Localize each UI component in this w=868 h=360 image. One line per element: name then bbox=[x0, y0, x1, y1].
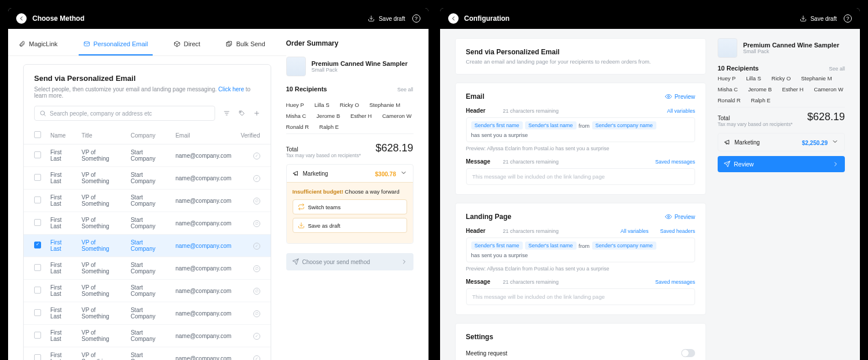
row-checkbox[interactable] bbox=[34, 264, 41, 271]
table-row[interactable]: First LastVP of SomethingStart Companyna… bbox=[24, 347, 271, 361]
box-icon bbox=[173, 40, 180, 47]
col-verified[interactable]: Verified bbox=[236, 127, 270, 144]
recipient-chip[interactable]: Huey P bbox=[286, 102, 304, 108]
token[interactable]: Sender's last name bbox=[525, 121, 577, 129]
recipient-chip[interactable]: Misha C bbox=[718, 86, 738, 92]
back-button[interactable] bbox=[16, 13, 27, 24]
recipient-chip[interactable]: Jerome B bbox=[748, 86, 772, 92]
account-selector[interactable]: Marketing $2,250.29 bbox=[718, 133, 844, 151]
see-all-link[interactable]: See all bbox=[829, 66, 845, 72]
table-row[interactable]: First LastVP of SomethingStart Companyna… bbox=[24, 190, 271, 212]
review-button[interactable]: Review bbox=[718, 156, 845, 172]
chevron-down-icon bbox=[832, 138, 839, 145]
recipient-chip[interactable]: Stephanie M bbox=[370, 102, 400, 108]
recipient-chip[interactable]: Cameron W bbox=[814, 86, 843, 92]
token[interactable]: Sender's first name bbox=[471, 121, 523, 129]
row-checkbox[interactable] bbox=[34, 219, 41, 226]
row-checkbox[interactable] bbox=[34, 242, 41, 248]
tab-personalized-email[interactable]: Personalized Email bbox=[79, 35, 153, 55]
table-row[interactable]: First LastVP of SomethingStart Companyna… bbox=[24, 235, 271, 257]
filter-icon[interactable] bbox=[223, 110, 230, 117]
landing-message-input[interactable]: This message will be included on the lin… bbox=[466, 288, 696, 305]
recipient-chip[interactable]: Misha C bbox=[286, 113, 306, 119]
saved-messages-link[interactable]: Saved messages bbox=[655, 279, 695, 285]
save-draft-button[interactable]: Save draft bbox=[368, 15, 405, 22]
token[interactable]: Sender's last name bbox=[525, 242, 577, 250]
tab-bulk-send[interactable]: Bulk Send bbox=[221, 35, 269, 55]
recipient-chip[interactable]: Ricky O bbox=[771, 75, 791, 81]
verified-icon: ✓ bbox=[253, 355, 260, 361]
table-row[interactable]: First LastVP of SomethingStart Companyna… bbox=[24, 325, 271, 347]
recipient-chip[interactable]: Ricky O bbox=[340, 102, 359, 108]
email-header-input[interactable]: Sender's first name Sender's last name f… bbox=[466, 117, 696, 142]
token[interactable]: Sender's company name bbox=[592, 242, 656, 250]
search-input[interactable]: Search people, company or address etc bbox=[34, 106, 215, 121]
col-company[interactable]: Company bbox=[126, 127, 171, 144]
recipient-chip[interactable]: Jerome B bbox=[316, 113, 340, 119]
table-row[interactable]: First LastVP of SomethingStart Companyna… bbox=[24, 144, 271, 167]
cell-company: Start Company bbox=[126, 280, 171, 302]
save-draft-button[interactable]: Save draft bbox=[800, 15, 837, 22]
table-row[interactable]: First LastVP of SomethingStart Companyna… bbox=[24, 302, 271, 325]
tab-direct[interactable]: Direct bbox=[169, 35, 205, 55]
recipient-chip[interactable]: Ralph E bbox=[319, 124, 339, 130]
recipient-chip[interactable]: Huey P bbox=[718, 75, 736, 81]
saved-headers-link[interactable]: Saved headers bbox=[660, 228, 695, 234]
col-email[interactable]: Email bbox=[171, 127, 236, 144]
account-selector[interactable]: Marketing $300.78 bbox=[287, 165, 413, 182]
all-variables-link[interactable]: All variables bbox=[620, 228, 649, 234]
save-draft-option[interactable]: Save as draft bbox=[293, 218, 407, 233]
cell-title: VP of Something bbox=[77, 144, 126, 167]
table-row[interactable]: First LastVP of SomethingStart Companyna… bbox=[24, 257, 271, 280]
eye-icon bbox=[665, 93, 672, 100]
col-name[interactable]: Name bbox=[46, 127, 77, 144]
cell-email: name@company.com bbox=[171, 325, 236, 347]
row-checkbox[interactable] bbox=[34, 174, 41, 181]
row-checkbox[interactable] bbox=[34, 196, 41, 203]
row-checkbox[interactable] bbox=[34, 332, 41, 339]
recipient-chip[interactable]: Esther H bbox=[350, 113, 372, 119]
tab-magiclink[interactable]: MagicLink bbox=[14, 35, 62, 55]
cell-email: name@company.com bbox=[171, 235, 236, 257]
choose-send-method-button[interactable]: Choose your send method bbox=[286, 253, 413, 270]
row-checkbox[interactable] bbox=[34, 151, 41, 158]
table-row[interactable]: First LastVP of SomethingStart Companyna… bbox=[24, 212, 271, 235]
add-icon[interactable] bbox=[253, 110, 260, 117]
cell-name: First Last bbox=[46, 212, 77, 235]
cell-company: Start Company bbox=[126, 302, 171, 325]
back-button[interactable] bbox=[448, 13, 459, 24]
email-message-input[interactable]: This message will be included on the lin… bbox=[466, 168, 696, 185]
product-sub: Small Pack bbox=[743, 49, 839, 54]
token[interactable]: Sender's company name bbox=[592, 121, 656, 129]
recipient-chip[interactable]: Stephanie M bbox=[801, 75, 832, 81]
email-preview-link[interactable]: Preview bbox=[665, 93, 695, 100]
search-icon bbox=[39, 110, 46, 117]
recipient-chip[interactable]: Lilla S bbox=[746, 75, 761, 81]
table-row[interactable]: First LastVP of SomethingStart Companyna… bbox=[24, 280, 271, 302]
tag-icon[interactable] bbox=[238, 110, 245, 117]
landing-preview-link[interactable]: Preview bbox=[665, 213, 695, 220]
recipient-chip[interactable]: Ronald R bbox=[286, 124, 309, 130]
see-all-link[interactable]: See all bbox=[397, 87, 413, 92]
verified-icon: ✓ bbox=[253, 243, 260, 250]
recipient-chip[interactable]: Lilla S bbox=[315, 102, 330, 108]
recipient-chip[interactable]: Cameron W bbox=[382, 113, 412, 119]
recipient-chip[interactable]: Ralph E bbox=[751, 97, 771, 103]
row-checkbox[interactable] bbox=[34, 287, 41, 294]
table-row[interactable]: First LastVP of SomethingStart Companyna… bbox=[24, 167, 271, 190]
col-title[interactable]: Title bbox=[77, 127, 126, 144]
token[interactable]: Sender's first name bbox=[471, 242, 523, 250]
row-checkbox[interactable] bbox=[34, 309, 41, 316]
select-all-checkbox[interactable] bbox=[34, 131, 41, 138]
saved-messages-link[interactable]: Saved messages bbox=[655, 159, 695, 165]
recipient-chip[interactable]: Ronald R bbox=[718, 97, 741, 103]
recipient-chip[interactable]: Esther H bbox=[782, 86, 804, 92]
row-checkbox[interactable] bbox=[34, 354, 41, 360]
help-icon[interactable]: ? bbox=[412, 14, 420, 23]
help-icon[interactable]: ? bbox=[844, 14, 852, 23]
landing-header-input[interactable]: Sender's first name Sender's last name f… bbox=[466, 237, 696, 262]
all-variables-link[interactable]: All variables bbox=[667, 108, 695, 114]
meeting-request-toggle[interactable] bbox=[681, 349, 695, 357]
learn-more-link[interactable]: Click here bbox=[219, 86, 244, 92]
switch-teams-option[interactable]: Switch teams bbox=[293, 199, 407, 214]
